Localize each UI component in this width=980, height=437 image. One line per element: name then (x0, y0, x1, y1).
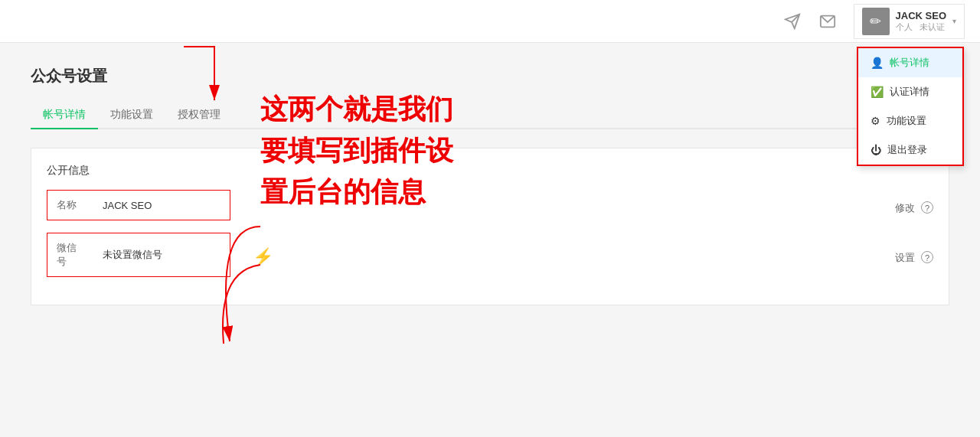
name-action-help-icon[interactable]: ? (921, 201, 933, 214)
chevron-down-icon: ▾ (952, 17, 956, 25)
dropdown-account-detail[interactable]: 👤 帐号详情 (858, 48, 962, 77)
user-dropdown: 👤 帐号详情 ✅ 认证详情 ⚙ 功能设置 ⏻ 退出登录 (857, 47, 964, 166)
tab-account-detail[interactable]: 帐号详情 (31, 102, 98, 129)
dropdown-logout[interactable]: ⏻ 退出登录 (858, 135, 962, 165)
wechat-row-wrapper: 微信号 未设置微信号 设置 ? (47, 233, 933, 283)
name-action[interactable]: 修改 ? (895, 201, 933, 215)
dropdown-cert-detail[interactable]: ✅ 认证详情 (858, 77, 962, 106)
dropdown-account-detail-label: 帐号详情 (890, 56, 929, 70)
header-icons (782, 11, 838, 32)
wechat-action[interactable]: 设置 ? (895, 251, 933, 265)
user-name: JACK SEO (896, 10, 946, 21)
dropdown-logout-label: 退出登录 (887, 143, 927, 157)
name-label: 名称 (47, 191, 93, 220)
tab-function-settings[interactable]: 功能设置 (98, 102, 165, 129)
user-section[interactable]: ✏ JACK SEO 个人 未认证 ▾ 👤 帐号详情 ✅ 认证详情 ⚙ 功能设置 (854, 4, 965, 39)
wechat-value: 未设置微信号 (93, 240, 230, 269)
dropdown-func-settings[interactable]: ⚙ 功能设置 (858, 106, 962, 135)
wechat-action-help-icon[interactable]: ? (921, 251, 933, 263)
card-section-title: 公开信息 (47, 164, 933, 178)
check-icon: ✅ (871, 86, 884, 98)
name-row: 名称 JACK SEO (47, 190, 230, 220)
header: ✏ JACK SEO 个人 未认证 ▾ 👤 帐号详情 ✅ 认证详情 ⚙ 功能设置 (0, 0, 980, 43)
user-info: JACK SEO 个人 未认证 (896, 10, 946, 33)
dropdown-cert-detail-label: 认证详情 (890, 85, 929, 99)
lightning-icon: ⚡ (253, 247, 273, 267)
avatar: ✏ (862, 8, 890, 35)
mail-icon[interactable] (817, 11, 838, 32)
wechat-row: 微信号 未设置微信号 (47, 233, 230, 277)
tab-auth-management[interactable]: 授权管理 (165, 102, 233, 129)
user-icon: 👤 (871, 57, 884, 69)
name-value: JACK SEO (93, 192, 230, 219)
pen-icon: ✏ (862, 8, 890, 35)
main-content: 公众号设置 帐号详情 功能设置 授权管理 公开信息 名称 JACK SEO 修改… (0, 43, 980, 344)
dropdown-func-settings-label: 功能设置 (887, 114, 926, 128)
send-icon[interactable] (782, 11, 803, 32)
user-meta: 个人 未认证 (896, 21, 946, 33)
power-icon: ⏻ (871, 144, 881, 156)
page-title: 公众号设置 (31, 66, 949, 86)
public-info-card: 公开信息 名称 JACK SEO 修改 ? 微信号 未设置微信号 设置 ? (31, 148, 949, 305)
tab-bar: 帐号详情 功能设置 授权管理 (31, 102, 949, 129)
gear-icon: ⚙ (871, 115, 880, 127)
wechat-label: 微信号 (47, 233, 93, 276)
name-row-wrapper: 名称 JACK SEO 修改 ? (47, 190, 933, 227)
